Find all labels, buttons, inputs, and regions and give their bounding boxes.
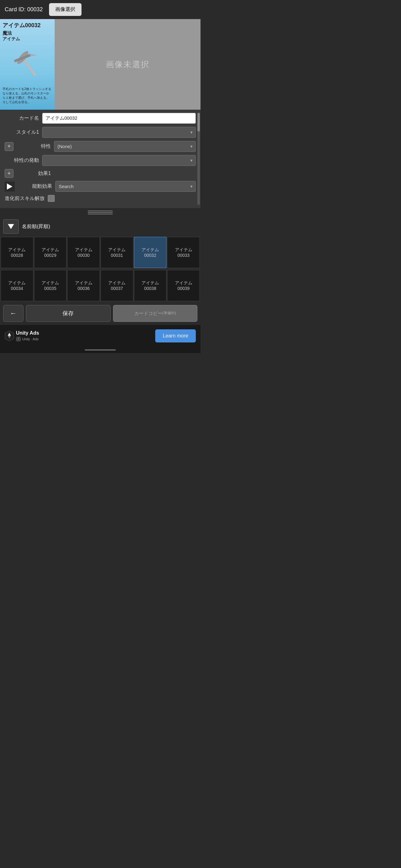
card-preview-title: アイテム00032 xyxy=(2,22,52,29)
home-indicator-bar xyxy=(85,349,116,350)
active-effect-select[interactable]: Search Option1 xyxy=(55,181,196,192)
trait-select[interactable]: (None) Option1 xyxy=(54,141,196,152)
play-button[interactable] xyxy=(5,182,15,191)
card-name-label: カード名 xyxy=(5,115,39,122)
trait-trigger-label: 特性の発動 xyxy=(5,157,39,164)
drag-lines xyxy=(88,211,113,214)
svg-rect-0 xyxy=(22,58,36,76)
grid-item-00037[interactable]: アイテム00037 xyxy=(101,270,133,301)
image-select-button[interactable]: 画像選択 xyxy=(49,3,81,16)
sort-down-icon xyxy=(8,224,14,229)
sort-bar: 名前順(昇順) xyxy=(0,217,201,236)
evolution-checkbox-area xyxy=(48,195,55,202)
style1-label: スタイル1 xyxy=(5,129,39,135)
card-name-row: カード名 xyxy=(5,113,196,124)
back-button[interactable]: ← xyxy=(3,305,24,322)
active-effect-row: 能動効果 Search Option1 ▼ xyxy=(5,181,196,192)
trait-trigger-row: 特性の発動 ▼ xyxy=(5,155,196,166)
sort-label: 名前順(昇順) xyxy=(22,223,50,230)
grid-item-00035[interactable]: アイテム00035 xyxy=(34,270,67,301)
action-bar: ← 保存 カードコピー(準備中) xyxy=(0,302,201,325)
unity-sub: Unity · Ads xyxy=(16,337,39,342)
unity-logo: Unity Ads Unity · Ads xyxy=(5,330,39,342)
preview-area: アイテム00032 魔法 アイテム 手札のカードを2枚トラッシュするなら使える。… xyxy=(0,19,201,110)
grid-item-00033[interactable]: アイテム00033 xyxy=(167,237,200,268)
svg-marker-4 xyxy=(29,51,37,59)
grid-item-00028[interactable]: アイテム00028 xyxy=(1,237,33,268)
effect1-row: + 効果1 xyxy=(5,169,196,178)
ad-banner: Unity Ads Unity · Ads Learn more xyxy=(0,325,201,347)
unity-brand-info: Unity Ads Unity · Ads xyxy=(16,330,39,342)
form-area: カード名 スタイル1 Option1 ▼ + 特性 (None) Option1… xyxy=(0,110,201,208)
drag-handle[interactable] xyxy=(0,208,201,217)
effect1-label: 効果1 xyxy=(16,170,51,177)
card-grid-row2: アイテム00034 アイテム00035 アイテム00036 アイテム00037 … xyxy=(0,269,201,302)
evolution-label: 進化前スキル解放 xyxy=(5,195,45,202)
trait-label: 特性 xyxy=(16,143,51,150)
sort-order-button[interactable] xyxy=(3,219,19,234)
trait-select-wrapper: (None) Option1 ▼ xyxy=(54,141,196,152)
grid-item-00030[interactable]: アイテム00030 xyxy=(67,237,100,268)
learn-more-button[interactable]: Learn more xyxy=(155,329,196,342)
grid-item-00036[interactable]: アイテム00036 xyxy=(67,270,100,301)
grid-item-00029[interactable]: アイテム00029 xyxy=(34,237,67,268)
card-grid-row1: アイテム00028 アイテム00029 アイテム00030 アイテム00031 … xyxy=(0,236,201,269)
top-bar: Card ID: 00032 画像選択 xyxy=(0,0,201,19)
evolution-checkbox[interactable] xyxy=(48,195,55,202)
form-scrollbar-thumb[interactable] xyxy=(197,113,200,131)
svg-marker-2 xyxy=(13,51,31,66)
grid-item-00039[interactable]: アイテム00039 xyxy=(167,270,200,301)
style1-select[interactable]: Option1 xyxy=(42,127,196,138)
trait-trigger-select[interactable] xyxy=(42,155,196,166)
unity-small-logo-icon xyxy=(16,337,21,342)
unity-sub-label: Unity · Ads xyxy=(22,337,39,341)
card-image-area xyxy=(2,42,52,86)
trait-add-button[interactable]: + xyxy=(5,142,13,151)
card-preview-description: 手札のカードを2枚トラッシュするなら使える。山札のモンスターから１枚まで選び、手… xyxy=(2,87,52,104)
save-button[interactable]: 保存 xyxy=(26,305,110,322)
grid-item-00034[interactable]: アイテム00034 xyxy=(1,270,33,301)
evolution-row: 進化前スキル解放 xyxy=(5,195,196,202)
card-name-input[interactable] xyxy=(42,113,196,124)
active-effect-label: 能動効果 xyxy=(18,183,52,190)
no-image-area: 画像未選択 xyxy=(55,19,201,110)
card-copy-button[interactable]: カードコピー(準備中) xyxy=(113,305,198,322)
card-id: Card ID: 00032 xyxy=(5,6,43,13)
trait-row: + 特性 (None) Option1 ▼ xyxy=(5,141,196,152)
effect1-add-button[interactable]: + xyxy=(5,169,13,178)
active-effect-select-wrapper: Search Option1 ▼ xyxy=(55,181,196,192)
grid-item-00032[interactable]: アイテム00032 xyxy=(134,237,167,268)
bottom-indicator xyxy=(0,347,201,353)
card-preview-subtitle1: 魔法 xyxy=(2,30,52,36)
style1-row: スタイル1 Option1 ▼ xyxy=(5,127,196,138)
no-image-text: 画像未選択 xyxy=(106,59,149,70)
style1-select-wrapper: Option1 ▼ xyxy=(42,127,196,138)
card-preview: アイテム00032 魔法 アイテム 手札のカードを2枚トラッシュするなら使える。… xyxy=(0,19,55,110)
grid-item-00038[interactable]: アイテム00038 xyxy=(134,270,167,301)
unity-shield-icon xyxy=(5,331,14,341)
grid-item-00031[interactable]: アイテム00031 xyxy=(101,237,133,268)
card-preview-subtitle2: アイテム xyxy=(2,36,52,42)
trait-trigger-select-wrapper: ▼ xyxy=(42,155,196,166)
play-triangle-icon xyxy=(7,183,12,190)
pickaxe-icon xyxy=(13,45,41,83)
unity-ads-text: Unity Ads xyxy=(16,330,39,336)
form-scrollbar-track[interactable] xyxy=(197,113,200,205)
